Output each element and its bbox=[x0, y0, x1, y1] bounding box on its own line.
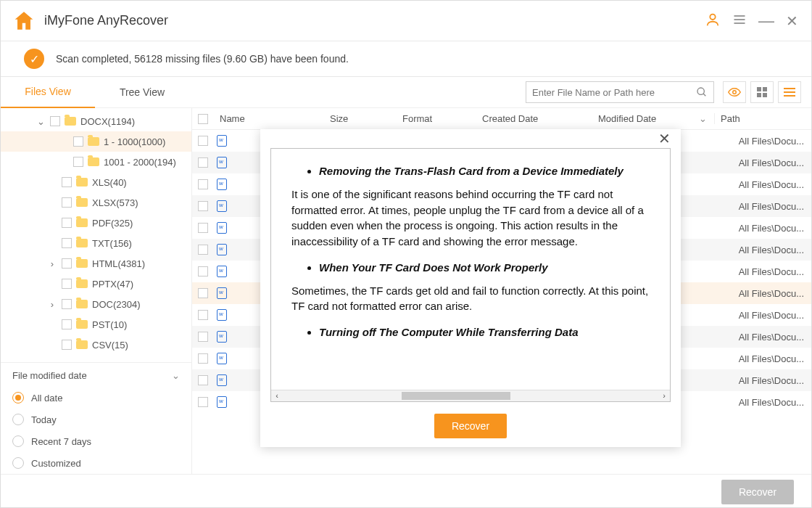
col-size[interactable]: Size bbox=[330, 113, 402, 124]
folder-icon bbox=[76, 198, 88, 207]
row-checkbox[interactable] bbox=[198, 245, 208, 255]
preview-toggle-button[interactable] bbox=[723, 81, 746, 103]
svg-rect-8 bbox=[763, 87, 767, 91]
row-path: All Files\Docu... bbox=[728, 157, 811, 168]
row-checkbox[interactable] bbox=[198, 201, 208, 211]
scroll-right-icon[interactable]: › bbox=[658, 390, 670, 402]
svg-line-5 bbox=[703, 94, 705, 96]
tree-item[interactable]: ⌄DOCX(1194) bbox=[1, 111, 191, 131]
tree-item[interactable]: PDF(325) bbox=[1, 213, 191, 233]
checkbox[interactable] bbox=[62, 279, 72, 289]
col-name[interactable]: Name bbox=[214, 113, 330, 124]
bottom-bar: Recover bbox=[1, 474, 811, 508]
tree-item[interactable]: PST(10) bbox=[1, 314, 191, 335]
radio[interactable] bbox=[12, 392, 24, 403]
tab-files-view[interactable]: Files View bbox=[1, 76, 95, 108]
row-path: All Files\Docu... bbox=[728, 375, 811, 386]
checkbox[interactable] bbox=[62, 340, 72, 350]
row-checkbox[interactable] bbox=[198, 157, 208, 168]
chevron-icon[interactable]: › bbox=[47, 258, 57, 269]
grid-view-button[interactable] bbox=[750, 81, 774, 103]
row-checkbox[interactable] bbox=[198, 223, 208, 233]
row-path: All Files\Docu... bbox=[728, 353, 811, 364]
home-icon[interactable] bbox=[14, 11, 34, 31]
sort-icon[interactable]: ⌄ bbox=[699, 113, 707, 124]
search-icon[interactable] bbox=[696, 86, 708, 98]
recover-button[interactable]: Recover bbox=[434, 414, 507, 438]
radio[interactable] bbox=[12, 457, 24, 469]
row-path: All Files\Docu... bbox=[728, 201, 811, 212]
tree-item[interactable]: XLS(40) bbox=[1, 172, 191, 192]
chevron-down-icon: ⌄ bbox=[172, 370, 180, 381]
filter-option[interactable]: Today bbox=[12, 409, 180, 430]
tree-item[interactable]: XLSX(573) bbox=[1, 192, 191, 213]
svg-rect-10 bbox=[763, 93, 767, 97]
select-all-checkbox[interactable] bbox=[198, 114, 208, 124]
row-checkbox[interactable] bbox=[198, 136, 208, 146]
close-icon[interactable]: ✕ bbox=[654, 130, 675, 147]
tab-tree-view[interactable]: Tree View bbox=[95, 76, 189, 108]
tree-item[interactable]: CSV(15) bbox=[1, 335, 191, 355]
checkbox[interactable] bbox=[62, 238, 72, 248]
checkbox[interactable] bbox=[62, 319, 72, 329]
col-format[interactable]: Format bbox=[402, 113, 482, 124]
checkbox[interactable] bbox=[73, 136, 83, 147]
horizontal-scrollbar[interactable]: ‹ › bbox=[271, 390, 670, 401]
row-checkbox[interactable] bbox=[198, 179, 208, 189]
radio[interactable] bbox=[12, 414, 24, 425]
checkbox[interactable] bbox=[62, 218, 72, 228]
tree-label: CSV(15) bbox=[92, 340, 128, 351]
search-input-wrap[interactable] bbox=[526, 81, 714, 103]
col-path[interactable]: Path bbox=[714, 113, 811, 124]
col-created[interactable]: Created Date bbox=[482, 113, 598, 124]
folder-icon bbox=[76, 239, 88, 247]
minimize-icon[interactable]: — bbox=[758, 18, 774, 24]
filter-option[interactable]: All date bbox=[12, 387, 180, 409]
tree-item[interactable]: 1 - 1000(1000) bbox=[1, 131, 191, 152]
scroll-left-icon[interactable]: ‹ bbox=[271, 390, 283, 402]
tree-item[interactable]: PPTX(47) bbox=[1, 274, 191, 294]
document-preview: Removing the Trans-Flash Card from a Dev… bbox=[270, 148, 671, 402]
chevron-icon[interactable]: ⌄ bbox=[36, 116, 46, 127]
file-icon bbox=[217, 353, 227, 364]
checkbox[interactable] bbox=[62, 258, 72, 269]
filter-option[interactable]: Recent 7 days bbox=[12, 430, 180, 452]
folder-icon bbox=[88, 157, 99, 166]
close-icon[interactable]: ✕ bbox=[786, 12, 798, 30]
svg-rect-7 bbox=[757, 87, 761, 91]
titlebar: iMyFone AnyRecover — ✕ bbox=[1, 1, 811, 41]
row-checkbox[interactable] bbox=[198, 310, 208, 320]
tree-item[interactable]: TXT(156) bbox=[1, 233, 191, 253]
filter-option[interactable]: Customized bbox=[12, 452, 180, 474]
search-input[interactable] bbox=[532, 87, 696, 98]
radio[interactable] bbox=[12, 435, 24, 447]
tree-item[interactable]: 1001 - 2000(194) bbox=[1, 152, 191, 172]
file-icon bbox=[217, 222, 227, 234]
col-modified[interactable]: Modified Date⌄ bbox=[598, 113, 714, 124]
file-icon bbox=[217, 179, 227, 190]
scroll-thumb[interactable] bbox=[402, 392, 510, 400]
row-checkbox[interactable] bbox=[198, 375, 208, 385]
profile-icon[interactable] bbox=[705, 12, 721, 30]
checkbox[interactable] bbox=[62, 197, 72, 208]
checkbox[interactable] bbox=[73, 157, 83, 167]
list-view-button[interactable] bbox=[778, 81, 801, 103]
row-checkbox[interactable] bbox=[198, 397, 208, 407]
checkbox[interactable] bbox=[62, 177, 72, 187]
row-checkbox[interactable] bbox=[198, 332, 208, 342]
chevron-icon[interactable]: › bbox=[47, 299, 57, 310]
tree-item[interactable]: ›DOC(2304) bbox=[1, 294, 191, 314]
filter-option-label: All date bbox=[31, 393, 62, 403]
svg-point-4 bbox=[697, 88, 704, 94]
row-checkbox[interactable] bbox=[198, 353, 208, 364]
row-checkbox[interactable] bbox=[198, 266, 208, 276]
row-checkbox[interactable] bbox=[198, 288, 208, 298]
checkbox[interactable] bbox=[50, 116, 60, 126]
file-icon bbox=[217, 396, 227, 408]
app-title: iMyFone AnyRecover bbox=[44, 13, 168, 28]
row-path: All Files\Docu... bbox=[728, 310, 811, 321]
tree-item[interactable]: ›HTML(4381) bbox=[1, 253, 191, 274]
checkbox[interactable] bbox=[62, 299, 72, 309]
menu-icon[interactable] bbox=[732, 12, 747, 30]
filter-header[interactable]: File modified date ⌄ bbox=[12, 370, 180, 381]
